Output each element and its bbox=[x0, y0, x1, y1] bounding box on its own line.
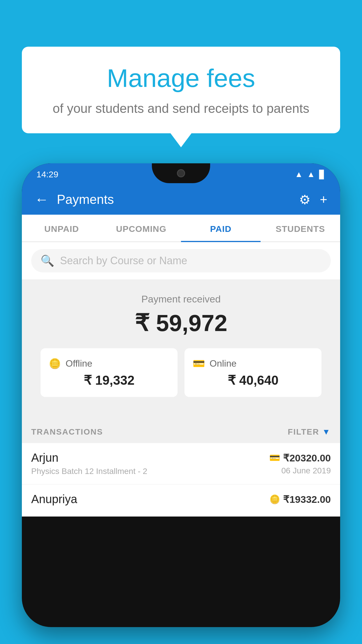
table-row[interactable]: Anupriya 🪙 ₹19332.00 bbox=[22, 484, 340, 517]
add-button[interactable]: + bbox=[320, 192, 327, 207]
speech-bubble-title: Manage fees bbox=[38, 64, 324, 92]
app-bar: ← Payments ⚙ + bbox=[22, 184, 340, 215]
speech-bubble: Manage fees of your students and send re… bbox=[22, 47, 340, 133]
online-amount: ₹ 40,640 bbox=[193, 373, 313, 388]
offline-payment-icon: 🪙 bbox=[269, 494, 280, 504]
tabs: UNPAID UPCOMING PAID STUDENTS bbox=[22, 215, 340, 242]
transaction-right-anupriya: 🪙 ₹19332.00 bbox=[269, 494, 331, 508]
status-icons: ▲ ▲ ▊ bbox=[295, 170, 326, 179]
offline-card: 🪙 Offline ₹ 19,332 bbox=[41, 348, 178, 397]
transaction-list: Arjun Physics Batch 12 Installment - 2 💳… bbox=[22, 443, 340, 517]
card-icon: 💳 bbox=[269, 453, 280, 463]
transaction-name: Anupriya bbox=[31, 493, 77, 506]
camera bbox=[177, 169, 185, 177]
transaction-left-anupriya: Anupriya bbox=[31, 493, 77, 508]
payment-summary: Payment received ₹ 59,972 🪙 Offline ₹ 19… bbox=[22, 279, 340, 419]
search-placeholder: Search by Course or Name bbox=[60, 255, 187, 267]
search-section: 🔍 Search by Course or Name bbox=[22, 242, 340, 279]
payment-cards: 🪙 Offline ₹ 19,332 💳 Online ₹ 40,640 bbox=[31, 348, 331, 409]
filter-button[interactable]: FILTER ▼ bbox=[288, 427, 331, 437]
filter-label: FILTER bbox=[288, 427, 319, 437]
transactions-label: TRANSACTIONS bbox=[31, 427, 103, 437]
phone-frame: 14:29 ▲ ▲ ▊ ← Payments ⚙ + UNPAID bbox=[22, 163, 340, 627]
transaction-amount: ₹20320.00 bbox=[283, 452, 331, 464]
transaction-name: Arjun bbox=[31, 451, 147, 464]
phone-notch bbox=[152, 163, 210, 183]
tab-paid[interactable]: PAID bbox=[181, 215, 261, 242]
table-row[interactable]: Arjun Physics Batch 12 Installment - 2 💳… bbox=[22, 443, 340, 484]
tab-unpaid[interactable]: UNPAID bbox=[22, 215, 101, 242]
app-bar-actions: ⚙ + bbox=[299, 192, 327, 207]
status-time: 14:29 bbox=[36, 169, 58, 179]
back-button[interactable]: ← bbox=[35, 192, 49, 206]
tab-upcoming[interactable]: UPCOMING bbox=[101, 215, 181, 242]
transaction-desc: Physics Batch 12 Installment - 2 bbox=[31, 467, 147, 476]
payment-total: ₹ 59,972 bbox=[31, 309, 331, 337]
online-label: Online bbox=[210, 358, 237, 369]
wifi-icon: ▲ bbox=[295, 170, 303, 179]
transaction-left-arjun: Arjun Physics Batch 12 Installment - 2 bbox=[31, 451, 147, 476]
offline-amount: ₹ 19,332 bbox=[49, 373, 169, 388]
online-card: 💳 Online ₹ 40,640 bbox=[184, 348, 321, 397]
settings-button[interactable]: ⚙ bbox=[299, 192, 310, 207]
payment-label: Payment received bbox=[31, 293, 331, 305]
offline-icon: 🪙 bbox=[49, 358, 61, 369]
phone-wrapper: 14:29 ▲ ▲ ▊ ← Payments ⚙ + UNPAID bbox=[22, 163, 340, 644]
offline-label: Offline bbox=[66, 358, 92, 369]
transaction-amount: ₹19332.00 bbox=[283, 494, 331, 505]
offline-header: 🪙 Offline bbox=[49, 358, 169, 369]
battery-icon: ▊ bbox=[319, 170, 326, 179]
tab-students[interactable]: STUDENTS bbox=[261, 215, 340, 242]
transaction-right-arjun: 💳 ₹20320.00 06 June 2019 bbox=[269, 452, 331, 475]
amount-row: 🪙 ₹19332.00 bbox=[269, 494, 331, 505]
search-icon: 🔍 bbox=[41, 254, 54, 267]
amount-row: 💳 ₹20320.00 bbox=[269, 452, 331, 464]
speech-bubble-subtitle: of your students and send receipts to pa… bbox=[38, 99, 324, 118]
app-bar-title: Payments bbox=[57, 192, 299, 207]
online-header: 💳 Online bbox=[193, 358, 313, 369]
filter-icon: ▼ bbox=[322, 427, 331, 437]
search-field[interactable]: 🔍 Search by Course or Name bbox=[31, 249, 331, 272]
online-icon: 💳 bbox=[193, 358, 205, 369]
signal-icon: ▲ bbox=[307, 170, 315, 179]
transactions-header: TRANSACTIONS FILTER ▼ bbox=[22, 419, 340, 443]
transaction-date: 06 June 2019 bbox=[269, 466, 331, 475]
